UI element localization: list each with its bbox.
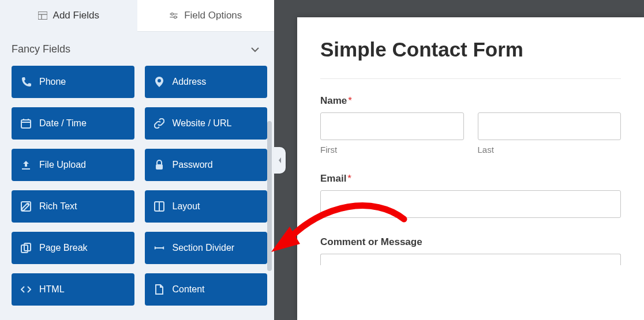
email-input[interactable] bbox=[320, 190, 621, 218]
field-button-content[interactable]: Content bbox=[145, 273, 268, 306]
field-button-label: Page Break bbox=[39, 243, 88, 253]
field-button-label: Website / URL bbox=[173, 118, 232, 129]
fields-grid: PhoneAddressDate / TimeWebsite / URLFile… bbox=[0, 60, 274, 311]
tab-field-options[interactable]: Field Options bbox=[137, 0, 275, 32]
chevron-left-icon bbox=[278, 157, 282, 164]
tab-add-fields[interactable]: Add Fields bbox=[0, 0, 137, 32]
required-mark: * bbox=[347, 173, 351, 184]
email-label: Email* bbox=[320, 173, 621, 185]
field-button-label: Rich Text bbox=[39, 201, 77, 212]
svg-point-6 bbox=[174, 16, 177, 18]
field-button-label: Section Divider bbox=[173, 243, 235, 253]
comment-input[interactable] bbox=[320, 254, 621, 265]
svg-point-4 bbox=[171, 13, 173, 15]
field-button-label: Content bbox=[173, 284, 205, 295]
layout-icon bbox=[154, 201, 164, 212]
field-button-richtext[interactable]: Rich Text bbox=[12, 190, 134, 223]
field-button-upload[interactable]: File Upload bbox=[12, 149, 134, 181]
field-button-label: File Upload bbox=[39, 160, 86, 170]
code-icon bbox=[21, 284, 31, 295]
field-comment[interactable]: Comment or Message bbox=[320, 236, 621, 265]
field-button-layout[interactable]: Layout bbox=[145, 190, 268, 223]
field-button-html[interactable]: HTML bbox=[12, 273, 134, 306]
name-first-input[interactable] bbox=[320, 112, 464, 140]
name-last-input[interactable] bbox=[478, 112, 621, 140]
pin-icon bbox=[154, 77, 164, 87]
tab-add-fields-label: Add Fields bbox=[53, 10, 99, 21]
copy-icon bbox=[21, 243, 31, 253]
section-fancy-fields-header[interactable]: Fancy Fields bbox=[0, 32, 274, 60]
field-button-label: Phone bbox=[39, 77, 66, 87]
field-button-label: Address bbox=[173, 77, 207, 87]
field-button-address[interactable]: Address bbox=[145, 66, 268, 98]
field-button-divider[interactable]: Section Divider bbox=[145, 232, 268, 264]
name-label: Name* bbox=[320, 95, 621, 107]
field-button-password[interactable]: Password bbox=[145, 149, 268, 181]
name-last-sublabel: Last bbox=[478, 145, 621, 155]
required-mark: * bbox=[348, 95, 352, 106]
name-first-sublabel: First bbox=[320, 145, 464, 155]
chevron-down-icon bbox=[251, 47, 259, 52]
field-button-datetime[interactable]: Date / Time bbox=[12, 107, 134, 140]
field-options-icon bbox=[169, 12, 178, 20]
sidebar-collapse-handle[interactable] bbox=[274, 147, 286, 174]
comment-label: Comment or Message bbox=[320, 236, 621, 248]
field-button-url[interactable]: Website / URL bbox=[145, 107, 268, 140]
field-button-label: Layout bbox=[173, 201, 200, 212]
upload-icon bbox=[21, 160, 31, 170]
field-button-label: Password bbox=[173, 160, 213, 170]
lock-icon bbox=[154, 160, 164, 170]
sidebar-panel: Add Fields Field Options Fancy Fields Ph… bbox=[0, 0, 274, 320]
canvas-area: Simple Contact Form Name* First Last Ema… bbox=[274, 0, 644, 320]
field-button-phone[interactable]: Phone bbox=[12, 66, 134, 98]
svg-rect-0 bbox=[38, 12, 47, 19]
hr-icon bbox=[154, 243, 164, 253]
form-preview: Simple Contact Form Name* First Last Ema… bbox=[297, 17, 644, 320]
field-name[interactable]: Name* First Last bbox=[320, 95, 621, 155]
field-button-pagebreak[interactable]: Page Break bbox=[12, 232, 134, 264]
field-email[interactable]: Email* bbox=[320, 173, 621, 218]
phone-icon bbox=[21, 77, 31, 87]
add-fields-icon bbox=[38, 12, 47, 20]
calendar-icon bbox=[21, 118, 31, 129]
field-button-label: HTML bbox=[39, 284, 65, 295]
field-button-label: Date / Time bbox=[39, 118, 87, 129]
scrollbar[interactable] bbox=[267, 121, 272, 271]
tab-field-options-label: Field Options bbox=[184, 10, 242, 21]
edit-icon bbox=[21, 201, 31, 212]
file-icon bbox=[154, 284, 164, 295]
form-title: Simple Contact Form bbox=[320, 38, 621, 79]
sidebar-tabs: Add Fields Field Options bbox=[0, 0, 274, 32]
section-title: Fancy Fields bbox=[12, 43, 70, 55]
link-icon bbox=[154, 118, 164, 129]
